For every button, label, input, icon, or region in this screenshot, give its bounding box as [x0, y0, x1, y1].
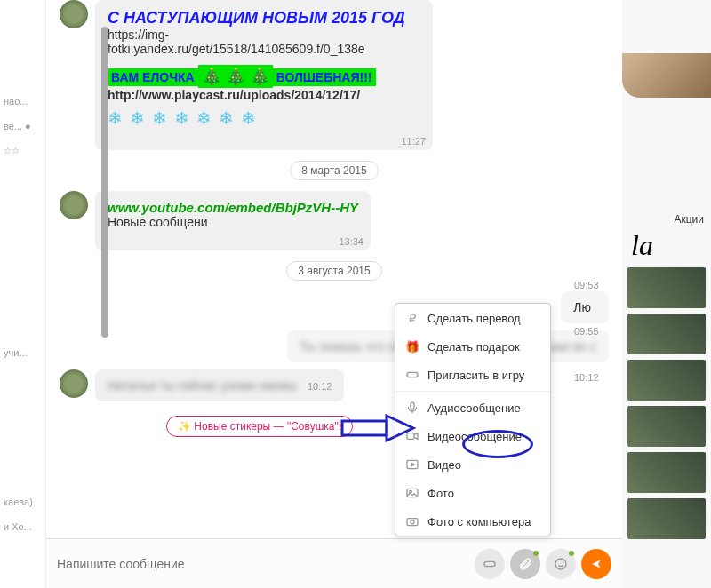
sidebar-item[interactable]: нао...	[0, 89, 45, 114]
send-icon	[589, 557, 603, 571]
smile-icon	[554, 557, 568, 571]
message-incoming: С НАСТУПАЮЩИМ НОВЫМ 2015 ГОД https://img…	[60, 0, 609, 150]
chat-area: С НАСТУПАЮЩИМ НОВЫМ 2015 ГОД https://img…	[46, 0, 622, 588]
emoji-button[interactable]	[546, 549, 576, 579]
image-icon	[404, 485, 420, 501]
avatar[interactable]	[60, 369, 88, 398]
thumbs-column: 09:53 09:55 10:12	[622, 262, 711, 544]
svg-rect-0	[407, 372, 418, 377]
scrollbar[interactable]	[101, 27, 108, 338]
thumbnail[interactable]: 10:12	[627, 360, 706, 401]
ruble-icon: ₽	[404, 310, 420, 326]
message-bubble: Лю	[561, 291, 609, 323]
ad-image[interactable]	[622, 53, 711, 98]
message-composer	[46, 538, 622, 588]
left-sidebar: нао... ве... ● ☆☆ учи... каева) и Хо...	[0, 0, 46, 588]
microphone-icon	[404, 400, 420, 416]
message-headline: С НАСТУПАЮЩИМ НОВЫМ 2015 ГОД	[108, 9, 420, 28]
message-incoming: www.youtube.com/embed/BbjPzVH--HY Новые …	[60, 191, 609, 250]
message-highlight: ВАМ ЕЛОЧКА🎄 🎄 🎄ВОЛШЕБНАЯ!!!	[108, 65, 420, 88]
svg-point-10	[555, 559, 566, 569]
thumbnail[interactable]	[627, 452, 706, 493]
notification-dot	[569, 551, 574, 556]
thumbnail[interactable]: 09:53	[627, 267, 706, 308]
menu-photo[interactable]: Фото	[395, 479, 550, 507]
svg-rect-6	[407, 519, 418, 526]
ad-label: Акции	[622, 213, 711, 226]
games-button[interactable]	[475, 549, 505, 579]
menu-video[interactable]: Видео	[395, 450, 550, 479]
send-button[interactable]	[581, 549, 611, 579]
svg-rect-1	[411, 402, 414, 409]
stickers-promo[interactable]: Новые стикеры — "Совушка"!	[166, 416, 353, 437]
message-text: Наталья ты сейчас узнаю напиш	[108, 378, 297, 393]
play-video-icon	[404, 457, 420, 473]
menu-video-message[interactable]: Видеосообщение	[395, 422, 550, 450]
camera-icon	[404, 513, 420, 529]
gift-icon: 🎁	[404, 338, 420, 354]
message-link[interactable]: www.youtube.com/embed/BbjPzVH--HY	[108, 200, 358, 215]
message-time: 13:34	[339, 236, 363, 247]
sidebar-item[interactable]: ве... ●	[0, 114, 45, 139]
attach-button[interactable]	[510, 549, 540, 579]
menu-photo-computer[interactable]: Фото с компьютера	[395, 507, 550, 536]
message-bubble: www.youtube.com/embed/BbjPzVH--HY Новые …	[95, 191, 371, 250]
menu-invite-game[interactable]: Пригласить в игру	[395, 361, 550, 389]
gamepad-icon	[483, 557, 497, 571]
ad-brand[interactable]: la	[622, 229, 711, 262]
svg-rect-2	[407, 433, 414, 440]
message-link[interactable]: http://www.playcast.ru/uploads/2014/12/1…	[108, 88, 420, 102]
attachment-menu: ₽ Сделать перевод 🎁 Сделать подарок Приг…	[395, 303, 551, 536]
paperclip-icon	[518, 557, 532, 571]
video-camera-icon	[404, 428, 420, 444]
svg-rect-9	[484, 561, 495, 566]
date-separator: 3 августа 2015	[60, 261, 609, 281]
menu-transfer[interactable]: ₽ Сделать перевод	[395, 304, 550, 332]
thumbnail[interactable]	[627, 406, 706, 447]
menu-audio-message[interactable]: Аудиосообщение	[395, 393, 550, 422]
sidebar-item[interactable]: и Хо...	[0, 514, 45, 539]
sidebar-item[interactable]: каева)	[0, 489, 45, 514]
thumbnail[interactable]: 09:55	[627, 314, 706, 354]
right-panel: Акции la 09:53 09:55 10:12	[622, 0, 711, 588]
avatar[interactable]	[60, 0, 88, 28]
menu-gift[interactable]: 🎁 Сделать подарок	[395, 332, 550, 361]
message-bubble: Наталья ты сейчас узнаю напиш 10:12	[95, 369, 344, 401]
avatar[interactable]	[60, 191, 88, 219]
snowflake-row: ❄❄❄❄❄❄❄	[108, 107, 420, 129]
message-time: 11:27	[401, 136, 426, 147]
gamepad-icon	[404, 367, 420, 383]
message-link[interactable]: https://img-fotki.yandex.ru/get/15518/14…	[108, 28, 420, 56]
message-bubble: С НАСТУПАЮЩИМ НОВЫМ 2015 ГОД https://img…	[95, 0, 433, 150]
message-text: Новые сообщени	[108, 215, 358, 229]
sidebar-item[interactable]: учи...	[0, 340, 45, 365]
svg-point-7	[411, 520, 414, 524]
sidebar-item[interactable]: ☆☆	[0, 139, 45, 163]
message-time: 10:12	[308, 381, 332, 392]
thumbnail[interactable]	[627, 498, 706, 539]
date-separator: 8 марта 2015	[60, 161, 609, 180]
message-input[interactable]	[57, 557, 475, 571]
notification-dot	[533, 551, 539, 556]
